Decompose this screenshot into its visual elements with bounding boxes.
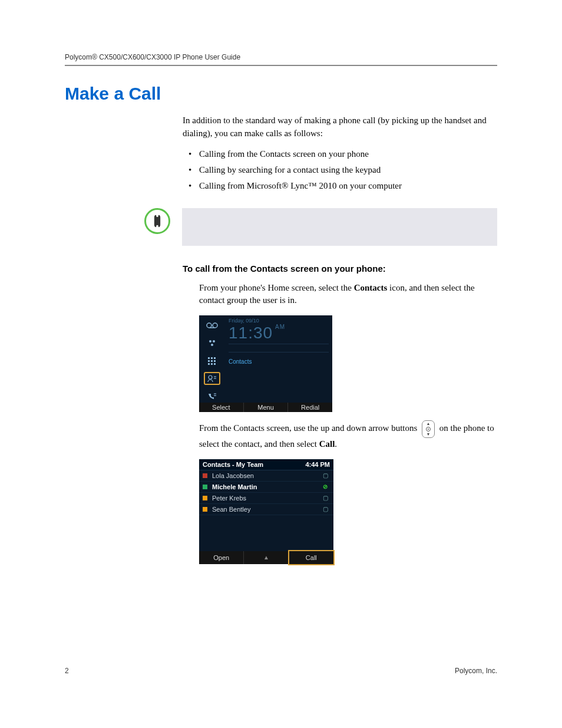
step-1-text: From your phone's Home screen, select th… [199,282,497,308]
contact-row: Lola Jacobsen ▢ [199,470,333,482]
softkey-redial: Redial [288,403,332,412]
call-bold: Call [319,439,335,449]
svg-point-1 [213,340,215,342]
updown-arrow-icon [422,420,435,438]
contact-row: Peter Krebs ▢ [199,493,333,504]
svg-point-0 [209,340,211,342]
presence-away-icon [203,496,207,500]
bullet-item: Calling by searching for a contact using… [183,162,497,178]
call-log-icon [204,390,220,403]
svg-rect-11 [214,363,216,365]
bullet-item: Calling from the Contacts screen on your… [183,146,497,162]
phone-date: Friday, 09/10 [229,318,329,324]
intro-paragraph: In addition to the standard way of makin… [183,114,497,140]
phone-home-screenshot: Friday, 09/10 11:30AM Contacts Select Me… [199,315,332,412]
softkey-call: Call [289,551,333,564]
contacts-time: 4:44 PM [305,461,330,468]
presence-away-icon [203,507,207,512]
svg-rect-3 [208,357,210,359]
page-number: 2 [65,667,69,675]
presence-busy-icon [203,473,207,478]
phone-side-icons [199,315,225,403]
status-icon: ▢ [323,472,330,479]
svg-rect-8 [214,360,216,362]
svg-rect-5 [214,357,216,359]
presence-available-icon [203,485,207,489]
status-icon: ▢ [323,506,330,513]
status-icon: ▢ [323,495,330,502]
svg-rect-6 [208,360,210,362]
svg-point-2 [211,344,213,346]
section-title: Make a Call [65,84,497,104]
contact-name: Sean Bentley [212,506,250,513]
softkey-select: Select [199,403,244,412]
phone-time: 11:30AM [229,324,329,342]
step-1-a: From your phone's Home screen, select th… [199,283,354,292]
svg-rect-7 [211,360,213,362]
voicemail-icon [204,319,220,332]
svg-rect-10 [211,363,213,365]
phone-contacts-screenshot: Contacts - My Team 4:44 PM Lola Jacobsen… [199,459,333,564]
phone-faint-line [229,345,329,351]
contacts-title: Contacts - My Team [203,461,263,468]
softkey-menu: Menu [244,403,289,412]
bullet-list: Calling from the Contacts screen on your… [183,146,497,194]
callout-note [144,208,497,246]
svg-rect-9 [208,363,210,365]
contacts-icon [204,372,220,385]
contact-row: Sean Bentley ▢ [199,504,333,515]
contact-name: Michele Martin [212,483,257,490]
sub-heading: To call from the Contacts screen on your… [183,263,497,274]
softkey-arrow: ▲ [244,551,289,564]
phone-selected-label: Contacts [229,358,329,365]
step-2-a: From the Contacts screen, use the up and… [199,423,419,433]
bullet-item: Calling from Microsoft® Lync™ 2010 on yo… [183,178,497,194]
softkey-open: Open [199,551,244,564]
step-2-c: . [335,439,337,449]
keypad-icon [204,354,220,367]
contact-name: Lola Jacobsen [212,472,254,479]
footer-company: Polycom, Inc. [455,667,497,675]
page-header: Polycom® CX500/CX600/CX3000 IP Phone Use… [65,53,497,66]
contact-row: Michele Martin ⊘ [199,482,333,493]
presence-icon [204,337,220,350]
svg-point-12 [209,375,212,379]
callout-box [182,208,497,246]
status-icon: ⊘ [323,483,330,490]
svg-rect-4 [211,357,213,359]
handset-icon [144,208,170,234]
contact-name: Peter Krebs [212,495,246,502]
contacts-bold: Contacts [354,283,388,292]
step-2-text: From the Contacts screen, use the up and… [199,420,497,451]
